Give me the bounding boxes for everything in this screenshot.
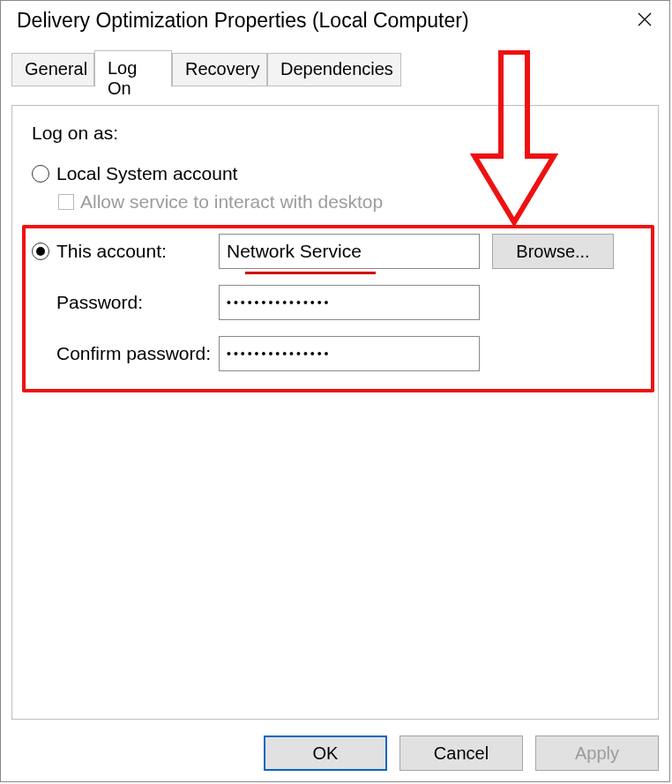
tab-recovery[interactable]: Recovery	[172, 53, 267, 86]
apply-button: Apply	[535, 735, 659, 771]
cancel-button[interactable]: Cancel	[399, 735, 523, 771]
checkbox-allow-interact	[58, 194, 74, 210]
log-on-panel: Log on as: Local System account Allow se…	[12, 107, 658, 719]
tab-dependencies[interactable]: Dependencies	[267, 53, 401, 86]
checkbox-allow-interact-label: Allow service to interact with desktop	[80, 191, 383, 213]
tab-general[interactable]: General	[11, 53, 94, 86]
confirm-password-label: Confirm password:	[56, 343, 219, 364]
log-on-as-heading: Log on as:	[32, 123, 638, 144]
close-icon[interactable]	[632, 8, 657, 33]
confirm-password-input[interactable]	[219, 336, 480, 371]
browse-button[interactable]: Browse...	[492, 234, 614, 269]
window-title: Delivery Optimization Properties (Local …	[17, 9, 469, 33]
radio-local-system-label: Local System account	[56, 163, 237, 184]
password-input[interactable]	[219, 285, 480, 320]
tab-strip: General Log On Recovery Dependencies	[11, 50, 659, 87]
radio-this-account[interactable]	[32, 243, 49, 260]
password-label: Password:	[56, 292, 219, 313]
radio-local-system[interactable]	[32, 165, 49, 183]
dialog-window: Delivery Optimization Properties (Local …	[0, 0, 670, 782]
ok-button[interactable]: OK	[264, 735, 387, 771]
dialog-buttons: OK Cancel Apply	[264, 735, 659, 771]
this-account-input[interactable]	[219, 234, 480, 269]
titlebar: Delivery Optimization Properties (Local …	[1, 1, 669, 41]
tab-log-on[interactable]: Log On	[94, 50, 172, 87]
radio-this-account-label: This account:	[56, 241, 219, 262]
